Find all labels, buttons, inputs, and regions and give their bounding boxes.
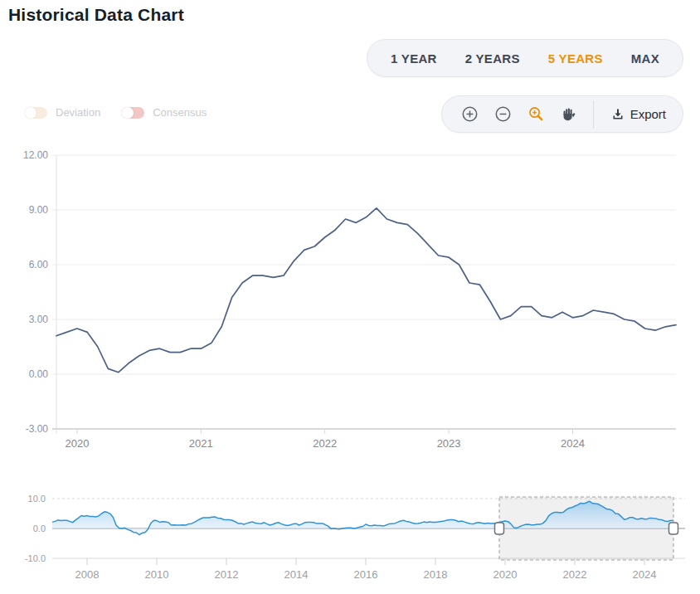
deviation-label: Deviation bbox=[56, 106, 100, 119]
nav-x-tick-label: 2016 bbox=[354, 568, 378, 581]
zoom-out-icon bbox=[495, 106, 511, 122]
range-selector: 1 YEAR 2 YEARS 5 YEARS MAX bbox=[367, 39, 683, 77]
main-y-tick-label: 6.00 bbox=[29, 259, 49, 270]
nav-x-tick-label: 2012 bbox=[215, 568, 239, 581]
nav-y-tick-label: 10.0 bbox=[28, 494, 46, 504]
main-x-tick-label: 2023 bbox=[437, 437, 461, 450]
navigator-left-handle[interactable] bbox=[495, 523, 504, 534]
range-max-button[interactable]: MAX bbox=[631, 51, 659, 66]
zoom-selection-button[interactable] bbox=[528, 106, 544, 122]
nav-x-tick-label: 2020 bbox=[493, 568, 518, 581]
main-y-tick-label: 0.00 bbox=[29, 368, 49, 380]
export-button[interactable]: Export bbox=[611, 107, 666, 121]
range-5-years-button[interactable]: 5 YEARS bbox=[548, 51, 603, 66]
nav-x-tick-label: 2024 bbox=[633, 568, 657, 581]
main-chart[interactable]: 12.009.006.003.000.00-3.0020202021202220… bbox=[0, 145, 700, 465]
nav-x-tick-label: 2022 bbox=[563, 568, 587, 581]
navigator-right-handle[interactable] bbox=[669, 523, 678, 534]
nav-y-tick-label: 0.0 bbox=[33, 523, 46, 533]
range-2-years-button[interactable]: 2 YEARS bbox=[465, 51, 520, 66]
export-label: Export bbox=[630, 107, 666, 121]
deviation-switch-icon bbox=[25, 107, 47, 119]
nav-x-tick-label: 2018 bbox=[424, 568, 448, 581]
main-y-tick-label: 9.00 bbox=[29, 204, 49, 216]
main-x-tick-label: 2020 bbox=[65, 437, 89, 450]
nav-x-tick-label: 2010 bbox=[145, 568, 169, 581]
historical-data-chart-panel: Historical Data Chart 1 YEAR 2 YEARS 5 Y… bbox=[0, 0, 700, 594]
consensus-toggle[interactable]: Consensus bbox=[122, 106, 207, 119]
deviation-toggle[interactable]: Deviation bbox=[25, 106, 100, 119]
consensus-label: Consensus bbox=[153, 106, 207, 119]
toolbar-divider bbox=[593, 100, 594, 129]
nav-x-tick-label: 2014 bbox=[284, 568, 309, 581]
zoom-out-button[interactable] bbox=[495, 106, 511, 122]
page-title: Historical Data Chart bbox=[8, 5, 184, 25]
nav-x-tick-label: 2008 bbox=[75, 568, 100, 581]
nav-y-tick-label: -10.0 bbox=[25, 553, 46, 563]
main-series-line bbox=[56, 208, 676, 372]
pan-button[interactable] bbox=[561, 107, 576, 121]
main-x-tick-label: 2022 bbox=[313, 437, 337, 450]
zoom-selection-icon bbox=[528, 106, 544, 122]
download-icon bbox=[611, 108, 625, 121]
pan-hand-icon bbox=[561, 107, 576, 121]
main-x-tick-label: 2024 bbox=[561, 437, 585, 450]
main-y-tick-label: 12.00 bbox=[23, 149, 48, 161]
range-1-year-button[interactable]: 1 YEAR bbox=[391, 51, 437, 66]
series-legend: Deviation Consensus bbox=[25, 106, 207, 119]
zoom-in-button[interactable] bbox=[462, 106, 478, 122]
main-y-tick-label: -3.00 bbox=[26, 423, 49, 435]
zoom-in-icon bbox=[462, 106, 478, 122]
main-x-tick-label: 2021 bbox=[189, 437, 213, 450]
consensus-switch-icon bbox=[122, 107, 144, 119]
main-y-tick-label: 3.00 bbox=[29, 314, 49, 325]
navigator-chart[interactable]: 10.00.0-10.02008201020122014201620182020… bbox=[0, 485, 700, 594]
chart-toolbar: Export bbox=[441, 95, 683, 133]
